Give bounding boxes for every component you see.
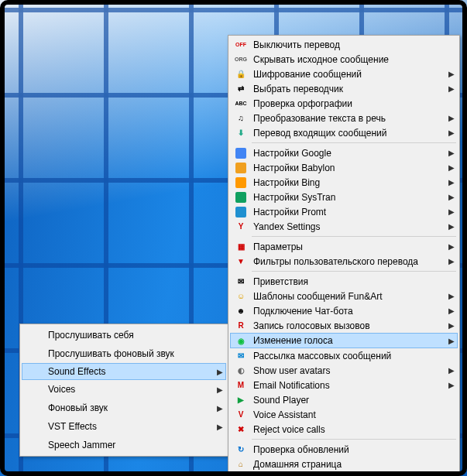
menu-item-voicechg[interactable]: ◉Изменение голоса▶ [230,333,458,348]
main-context-menu: OFFВыключить переводORGСкрывать исходное… [228,35,460,476]
chevron-right-icon: ▶ [214,368,223,376]
menu-item-chatbot[interactable]: ☻Подключение Чат-бота▶ [230,303,458,318]
bg-sound-icon [25,402,43,414]
chevron-right-icon: ▶ [445,306,455,315]
submenu-item-listen-bg[interactable]: Прослушивать фоновый звук [22,344,226,363]
menu-item-off[interactable]: OFFВыключить перевод [230,37,458,52]
email-icon: M [233,379,249,392]
chatbot-icon: ☻ [233,305,249,317]
voicechg-icon: ◉ [233,334,249,347]
tts-icon: ♫ [233,112,249,125]
listen-self-icon [25,329,43,341]
submenu-item-sound-effects[interactable]: Sound Effects▶ [22,363,226,380]
menu-item-funart[interactable]: ☺Шаблоны сообщений Fun&Art▶ [230,289,458,303]
submenu-item-listen-self[interactable]: Прослушивать себя [22,326,226,344]
submenu-item-vst-effects[interactable]: VST Effects▶ [22,417,226,436]
menu-separator [252,236,456,237]
menu-item-label: Настройки SysTran [253,192,445,203]
greetings-icon: ✉ [233,276,249,288]
spell-icon: ABC [233,98,249,110]
promt-icon [233,206,249,218]
menu-item-label: Настройки Google [253,148,445,159]
menu-item-systran[interactable]: Настройки SysTran▶ [230,190,458,204]
speech-jammer-icon [25,439,43,451]
menu-item-email[interactable]: MEmail Notifications▶ [230,378,458,392]
submenu-item-label: VST Effects [48,421,214,432]
bing-icon [233,176,249,189]
submenu-item-label: Прослушивать себя [48,330,223,341]
filters-icon: ▼ [233,255,249,268]
menu-item-encrypt[interactable]: 🔒Шифрование сообщений▶ [230,67,458,81]
menu-item-incoming[interactable]: ⬇Перевод входящих сообщений▶ [230,125,458,140]
chevron-right-icon: ▶ [445,337,455,345]
menu-item-label: Проверка орфографии [253,98,455,109]
menu-item-record[interactable]: RЗапись голосовых вызовов▶ [230,318,458,333]
menu-item-label: Выключить перевод [253,39,455,50]
menu-item-bing[interactable]: Настройки Bing▶ [230,175,458,190]
menu-item-org[interactable]: ORGСкрывать исходное сообщение [230,52,458,67]
menu-item-google[interactable]: Настройки Google▶ [230,146,458,160]
chevron-right-icon: ▶ [445,149,455,157]
babylon-icon [233,162,249,174]
menu-separator [252,439,456,440]
menu-item-voiceasst[interactable]: V Voice Assistant [230,407,458,422]
menu-separator [252,142,456,143]
chevron-right-icon: ▶ [445,128,455,137]
massmsg-icon: ✉ [233,350,249,362]
chevron-right-icon: ▶ [445,381,455,389]
chevron-right-icon: ▶ [445,366,455,375]
chevron-right-icon: ▶ [445,292,455,300]
chevron-right-icon: ▶ [445,321,455,330]
menu-item-label: Запись голосовых вызовов [253,320,445,331]
chevron-right-icon: ▶ [445,114,455,122]
menu-item-avatars[interactable]: ◐Show user avatars▶ [230,363,458,378]
google-icon [233,147,249,159]
submenu-item-speech-jammer[interactable]: Speech Jammer [22,436,226,454]
menu-item-label: Выбрать переводчик [253,84,445,94]
menu-item-reject[interactable]: ✖ Reject voice calls [230,422,458,437]
submenu-item-bg-sound[interactable]: Фоновый звук▶ [22,399,226,417]
menu-item-promt[interactable]: Настройки Promt▶ [230,204,458,219]
chevron-right-icon: ▶ [214,404,223,413]
menu-item-tts[interactable]: ♫Преобразование текста в речь▶ [230,111,458,125]
switch-icon: ⇄ [233,83,249,95]
chevron-right-icon: ▶ [214,385,223,394]
menu-item-babylon[interactable]: Настройки Babylon▶ [230,160,458,175]
menu-item-label: О программе [253,474,455,477]
chevron-right-icon: ▶ [445,222,455,231]
menu-item-spell[interactable]: ABCПроверка орфографии [230,96,458,111]
menu-item-label: Рассылка массовых сообщений [253,351,455,361]
chevron-right-icon: ▶ [445,163,455,172]
menu-item-label: Шаблоны сообщений Fun&Art [253,291,445,302]
menu-item-params[interactable]: ▦Параметры▶ [230,239,458,254]
menu-item-switch[interactable]: ⇄Выбрать переводчик▶ [230,81,458,96]
menu-item-home[interactable]: ⌂Домашняя страница [230,457,458,471]
about-icon: ℹ [233,473,249,477]
submenu-item-label: Прослушивать фоновый звук [48,348,223,359]
update-icon: ↻ [233,443,249,456]
menu-item-label: Sound Player [253,395,455,406]
chevron-right-icon: ▶ [445,207,455,216]
menu-item-update[interactable]: ↻Проверка обновлений [230,442,458,457]
chevron-right-icon: ▶ [445,84,455,93]
voices-icon [25,383,43,396]
incoming-icon: ⬇ [233,127,249,139]
menu-item-label: Приветствия [253,276,455,287]
params-icon: ▦ [233,241,249,253]
menu-item-label: Шифрование сообщений [253,69,445,80]
menu-item-label: Yandex Settings [253,221,445,232]
menu-item-label: Изменение голоса [253,335,445,346]
yandex-icon: Y [233,221,249,233]
menu-item-about[interactable]: ℹО программе [230,471,458,476]
menu-item-label: Email Notifications [253,380,445,391]
submenu-item-voices[interactable]: Voices▶ [22,380,226,399]
menu-item-yandex[interactable]: YYandex Settings▶ [230,219,458,234]
avatars-icon: ◐ [233,365,249,377]
menu-item-greetings[interactable]: ✉Приветствия [230,274,458,289]
menu-item-massmsg[interactable]: ✉Рассылка массовых сообщений [230,348,458,363]
menu-item-player[interactable]: ▶Sound Player [230,392,458,407]
chevron-right-icon: ▶ [445,178,455,187]
chevron-right-icon: ▶ [445,70,455,78]
menu-item-filters[interactable]: ▼Фильтры пользовательского перевода▶ [230,254,458,269]
menu-item-label: Домашняя страница [253,459,455,470]
